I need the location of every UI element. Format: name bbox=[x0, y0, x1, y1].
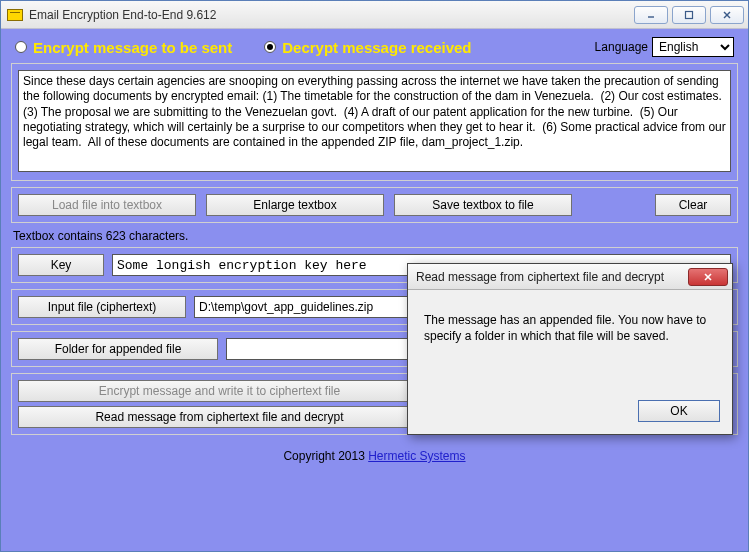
language-label: Language bbox=[595, 40, 648, 54]
language-select[interactable]: English bbox=[652, 37, 734, 57]
radio-encrypt-label: Encrypt message to be sent bbox=[33, 39, 232, 56]
client-area: Encrypt message to be sent Decrypt messa… bbox=[1, 29, 748, 551]
textbox-group: Since these days certain agencies are sn… bbox=[11, 63, 738, 181]
toolbar-row: Load file into textbox Enlarge textbox S… bbox=[18, 194, 731, 216]
language-wrap: Language English bbox=[595, 37, 734, 57]
encrypt-write-button[interactable]: Encrypt message and write it to cipherte… bbox=[18, 380, 421, 402]
dialog-close-button[interactable] bbox=[688, 268, 728, 286]
footer: Copyright 2013 Hermetic Systems bbox=[11, 441, 738, 465]
enlarge-textbox-button[interactable]: Enlarge textbox bbox=[206, 194, 384, 216]
footer-link[interactable]: Hermetic Systems bbox=[368, 449, 465, 463]
message-textbox[interactable]: Since these days certain agencies are sn… bbox=[18, 70, 731, 172]
dialog-titlebar: Read message from ciphertext file and de… bbox=[408, 264, 732, 290]
folder-label: Folder for appended file bbox=[18, 338, 218, 360]
save-textbox-button[interactable]: Save textbox to file bbox=[394, 194, 572, 216]
message-dialog: Read message from ciphertext file and de… bbox=[407, 263, 733, 435]
radio-decrypt-label: Decrypt message received bbox=[282, 39, 471, 56]
app-window: Email Encryption End-to-End 9.612 Encryp… bbox=[0, 0, 749, 552]
read-decrypt-button[interactable]: Read message from ciphertext file and de… bbox=[18, 406, 421, 428]
load-file-button[interactable]: Load file into textbox bbox=[18, 194, 196, 216]
app-icon bbox=[7, 9, 23, 21]
close-button[interactable] bbox=[710, 6, 744, 24]
dialog-footer: OK bbox=[408, 400, 732, 434]
maximize-button[interactable] bbox=[672, 6, 706, 24]
mode-row: Encrypt message to be sent Decrypt messa… bbox=[11, 35, 738, 63]
titlebar: Email Encryption End-to-End 9.612 bbox=[1, 1, 748, 29]
radio-decrypt[interactable]: Decrypt message received bbox=[264, 39, 471, 56]
radio-icon bbox=[264, 41, 276, 53]
dialog-title: Read message from ciphertext file and de… bbox=[416, 270, 664, 284]
key-label: Key bbox=[18, 254, 104, 276]
svg-rect-1 bbox=[686, 11, 693, 18]
radio-encrypt[interactable]: Encrypt message to be sent bbox=[15, 39, 232, 56]
status-text: Textbox contains 623 characters. bbox=[13, 229, 736, 243]
minimize-button[interactable] bbox=[634, 6, 668, 24]
toolbar-group: Load file into textbox Enlarge textbox S… bbox=[11, 187, 738, 223]
dialog-body: The message has an appended file. You no… bbox=[408, 290, 732, 400]
radio-icon bbox=[15, 41, 27, 53]
input-file-label: Input file (ciphertext) bbox=[18, 296, 186, 318]
copyright-text: Copyright 2013 bbox=[283, 449, 368, 463]
dialog-ok-button[interactable]: OK bbox=[638, 400, 720, 422]
window-title: Email Encryption End-to-End 9.612 bbox=[29, 8, 634, 22]
window-controls bbox=[634, 6, 744, 24]
clear-button[interactable]: Clear bbox=[655, 194, 731, 216]
